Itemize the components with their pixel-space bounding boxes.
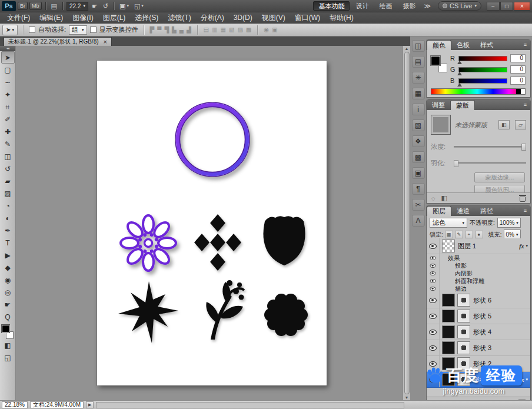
menu-item[interactable]: 图像(I): [68, 12, 98, 23]
workspace-essentials[interactable]: 基本功能: [313, 1, 350, 11]
screen-mode-button[interactable]: ◱: [1, 351, 15, 364]
eraser-tool[interactable]: ▰: [1, 175, 15, 187]
document-tab[interactable]: 未标题-1 @ 22.2%(形状 1, RGB/8) ×: [4, 37, 112, 46]
restore-button[interactable]: □: [500, 2, 513, 11]
vector-mask-thumbnail[interactable]: [457, 325, 470, 338]
menu-item[interactable]: 视图(V): [257, 12, 290, 23]
layer-row[interactable]: 效果 fx ▾: [427, 254, 530, 262]
layer-thumbnail[interactable]: [442, 341, 455, 354]
pen-tool[interactable]: ✒: [1, 224, 15, 237]
layer-row[interactable]: 描边 fx ▾: [427, 285, 530, 292]
vector-mask-thumbnail[interactable]: [457, 310, 470, 322]
opacity-dropdown[interactable]: 100% ▾: [497, 218, 521, 228]
foreground-color-swatch[interactable]: [2, 325, 9, 332]
history-brush-tool[interactable]: ↺: [1, 162, 15, 175]
grid-icon[interactable]: ▦: [412, 88, 425, 99]
panel-menu-icon[interactable]: ≡: [520, 208, 530, 214]
lock-icon[interactable]: +: [465, 231, 473, 238]
visibility-toggle[interactable]: [427, 262, 440, 270]
scissors-icon[interactable]: ✂: [412, 199, 425, 211]
color-slider-track[interactable]: [458, 78, 507, 84]
lock-icon[interactable]: ▦: [445, 231, 453, 238]
arrange-documents-icon[interactable]: ▣ ▾: [118, 2, 131, 10]
align-icon[interactable]: ▙: [171, 26, 177, 33]
paragraph-icon[interactable]: ¶: [412, 183, 425, 195]
layer-thumbnail[interactable]: [442, 325, 455, 338]
path-selection-tool[interactable]: ▶: [1, 249, 15, 261]
distribute-icon[interactable]: ▦: [220, 26, 226, 33]
tab-paths[interactable]: 路径: [475, 206, 498, 216]
workspace-painting[interactable]: 绘画: [374, 1, 397, 11]
zoom-tool[interactable]: Q: [1, 311, 15, 323]
slider-thumb-icon[interactable]: [457, 61, 462, 64]
clone-stamp-tool[interactable]: ◫: [1, 150, 15, 162]
slider-thumb-icon[interactable]: [457, 83, 462, 87]
panel-menu-icon[interactable]: ≡: [520, 102, 530, 108]
slider-thumb-icon[interactable]: [521, 144, 526, 151]
3d-rotate-tool[interactable]: ◉: [1, 274, 15, 286]
align-icon[interactable]: ▀: [157, 26, 162, 33]
tab-channels[interactable]: 通道: [451, 206, 475, 216]
slider-thumb-icon[interactable]: [457, 72, 462, 75]
type-tool[interactable]: T: [1, 237, 15, 249]
menu-item[interactable]: 编辑(E): [35, 12, 68, 23]
foreground-color-swatch[interactable]: [431, 56, 440, 65]
view-extras-icon[interactable]: ▤: [49, 2, 59, 10]
color-spectrum-ramp[interactable]: [431, 88, 526, 95]
bridge-button[interactable]: Br: [18, 2, 28, 10]
scroll-down-icon[interactable]: ▼: [405, 395, 409, 400]
align-icon[interactable]: ▛: [149, 26, 155, 33]
close-button[interactable]: ×: [514, 2, 530, 11]
distribute-icon[interactable]: ▤: [203, 26, 210, 33]
layer-effects-badge[interactable]: fx ▾: [519, 377, 528, 383]
lock-icon[interactable]: ✎: [455, 231, 463, 238]
layer-row[interactable]: 形状 2 fx ▾: [427, 356, 530, 372]
blend-mode-dropdown[interactable]: 滤色 ▾: [430, 218, 467, 228]
tab-swatches[interactable]: 色板: [451, 40, 475, 50]
vertical-scrollbar[interactable]: ▲ ▼: [403, 46, 410, 400]
tab-masks[interactable]: 蒙版: [450, 100, 475, 110]
info-icon[interactable]: i: [412, 104, 425, 115]
auto-align-icon[interactable]: ◉: [263, 26, 270, 33]
layer-row[interactable]: 投影 fx ▾: [427, 262, 530, 270]
visibility-toggle[interactable]: [427, 277, 440, 285]
apply-mask-icon[interactable]: ◧: [441, 194, 447, 202]
menu-item[interactable]: 帮助(H): [325, 12, 358, 23]
blur-tool[interactable]: ◔: [1, 199, 15, 212]
tab-styles[interactable]: 样式: [475, 40, 498, 50]
character-icon[interactable]: A: [412, 215, 425, 227]
menu-item[interactable]: 3D(D): [229, 12, 257, 23]
3d-roll-tool[interactable]: ◎: [1, 286, 15, 298]
layer-thumbnail[interactable]: [442, 357, 455, 370]
burst-icon[interactable]: ✳: [412, 72, 425, 84]
auto-align-icon[interactable]: ▣: [271, 26, 278, 33]
layer-row[interactable]: 形状 1 fx ▾: [427, 372, 530, 388]
shape-tool[interactable]: ◆: [1, 261, 15, 274]
zoom-percentage-field[interactable]: 22.18%: [2, 401, 28, 408]
minimize-button[interactable]: −: [487, 2, 500, 11]
channel-value-input[interactable]: 0: [510, 54, 526, 62]
menu-item[interactable]: 窗口(W): [290, 12, 325, 23]
document-canvas[interactable]: [97, 61, 327, 385]
diagonal-fill-icon[interactable]: ▧: [412, 119, 425, 131]
tab-layers[interactable]: 图层: [427, 206, 451, 216]
white-swatch[interactable]: [521, 89, 525, 94]
layer-row[interactable]: 图层 1 fx ▾: [427, 238, 530, 254]
layer-row[interactable]: 斜面和浮雕 fx ▾: [427, 277, 530, 285]
lasso-tool[interactable]: ∽: [1, 76, 15, 88]
cs-live-button[interactable]: CS Live ▾: [438, 1, 481, 11]
align-icon[interactable]: ▜: [164, 26, 169, 33]
layer-thumbnail[interactable]: [442, 240, 455, 252]
slider-thumb-icon[interactable]: [454, 160, 458, 167]
menu-item[interactable]: 选择(S): [130, 12, 163, 23]
tool-preset-button[interactable]: ➤ ▾: [2, 25, 18, 35]
delete-mask-icon[interactable]: [520, 195, 526, 202]
visibility-toggle[interactable]: [427, 285, 440, 292]
add-pixel-mask-icon[interactable]: ◧: [498, 120, 510, 129]
vector-mask-thumbnail[interactable]: [457, 341, 470, 354]
collapse-toolbar-icon[interactable]: ◂◂: [0, 46, 15, 51]
rotate-view-icon[interactable]: ↺: [101, 2, 110, 10]
add-vector-mask-icon[interactable]: ▱: [515, 120, 526, 129]
menu-item[interactable]: 滤镜(T): [163, 12, 195, 23]
layer-thumbnail[interactable]: [442, 310, 455, 322]
